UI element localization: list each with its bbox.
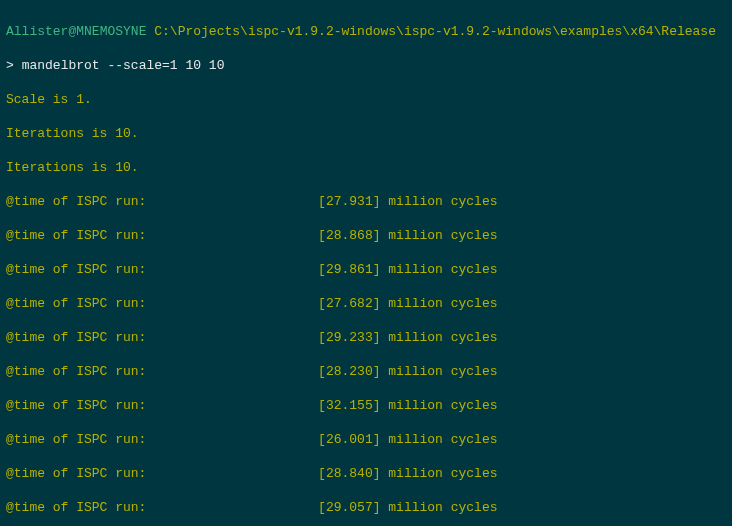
command-line[interactable]: > mandelbrot --scale=1 10 10 bbox=[6, 57, 726, 74]
ispc-run-line: @time of ISPC run: [27.931] million cycl… bbox=[6, 193, 726, 210]
prompt-line[interactable]: Allister@MNEMOSYNE C:\Projects\ispc-v1.9… bbox=[6, 23, 726, 40]
ispc-run-line: @time of ISPC run: [29.057] million cycl… bbox=[6, 499, 726, 516]
ispc-run-line: @time of ISPC run: [29.861] million cycl… bbox=[6, 261, 726, 278]
ispc-run-line: @time of ISPC run: [27.682] million cycl… bbox=[6, 295, 726, 312]
ispc-run-line: @time of ISPC run: [32.155] million cycl… bbox=[6, 397, 726, 414]
ispc-run-line: @time of ISPC run: [28.868] million cycl… bbox=[6, 227, 726, 244]
ispc-run-line: @time of ISPC run: [28.840] million cycl… bbox=[6, 465, 726, 482]
prompt-path: C:\Projects\ispc-v1.9.2-windows\ispc-v1.… bbox=[154, 24, 716, 39]
ispc-run-line: @time of ISPC run: [26.001] million cycl… bbox=[6, 431, 726, 448]
prompt-host: MNEMOSYNE bbox=[76, 24, 146, 39]
output-line: Scale is 1. bbox=[6, 91, 726, 108]
output-line: Iterations is 10. bbox=[6, 159, 726, 176]
ispc-run-line: @time of ISPC run: [28.230] million cycl… bbox=[6, 363, 726, 380]
ispc-run-line: @time of ISPC run: [29.233] million cycl… bbox=[6, 329, 726, 346]
prompt-symbol: > bbox=[6, 58, 14, 73]
terminal-output: Allister@MNEMOSYNE C:\Projects\ispc-v1.9… bbox=[0, 0, 732, 526]
command-text: mandelbrot --scale=1 10 10 bbox=[22, 58, 225, 73]
output-line: Iterations is 10. bbox=[6, 125, 726, 142]
prompt-user: Allister bbox=[6, 24, 68, 39]
